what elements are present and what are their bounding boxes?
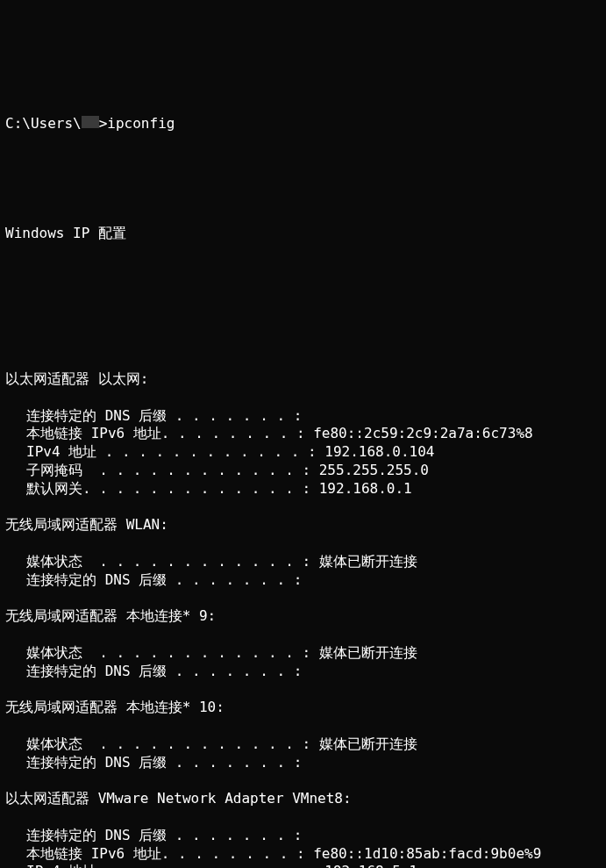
- adapter-entry: 本地链接 IPv6 地址. . . . . . . . : fe80::2c59…: [5, 425, 601, 443]
- adapter-entry: 连接特定的 DNS 后缀 . . . . . . . :: [5, 663, 601, 681]
- entry-value: 192.168.0.1: [310, 480, 412, 499]
- entry-label: IPv4 地址 . . . . . . . . . . . . :: [26, 863, 317, 868]
- entry-label: 连接特定的 DNS 后缀 . . . . . . . :: [26, 827, 302, 845]
- blank-line: [5, 352, 601, 370]
- adapter-entry: IPv4 地址 . . . . . . . . . . . . : 192.16…: [5, 863, 601, 868]
- entry-value: 媒体已断开连接: [310, 735, 417, 754]
- blank-line: [5, 389, 601, 407]
- blank-line: [5, 169, 601, 188]
- adapter-entry: 媒体状态 . . . . . . . . . . . . : 媒体已断开连接: [5, 644, 601, 663]
- blank-line: [5, 590, 601, 608]
- blank-line: [5, 771, 601, 790]
- blank-line: [5, 808, 601, 827]
- adapter-entry: 子网掩码 . . . . . . . . . . . . : 255.255.2…: [5, 462, 601, 480]
- blank-line: [5, 717, 601, 735]
- adapter-entry: IPv4 地址 . . . . . . . . . . . . : 192.16…: [5, 443, 601, 462]
- ipconfig-header: Windows IP 配置: [5, 225, 601, 243]
- adapter-title: 以太网适配器 以太网:: [5, 370, 601, 389]
- blank-line: [5, 499, 601, 517]
- entry-value: 192.168.5.1: [317, 863, 418, 868]
- adapter-entry: 连接特定的 DNS 后缀 . . . . . . . :: [5, 754, 601, 772]
- entry-label: 媒体状态 . . . . . . . . . . . . :: [26, 644, 310, 663]
- adapter-title: 以太网适配器 VMware Network Adapter VMnet8:: [5, 790, 601, 808]
- entry-label: 默认网关. . . . . . . . . . . . . :: [26, 480, 310, 499]
- entry-value: fe80::1d10:85ab:facd:9b0e%9: [305, 845, 542, 864]
- entry-value: 255.255.255.0: [310, 462, 429, 480]
- adapter-title: 无线局域网适配器 WLAN:: [5, 516, 601, 534]
- adapter-entry: 本地链接 IPv6 地址. . . . . . . . : fe80::1d10…: [5, 845, 601, 864]
- adapter-entry: 媒体状态 . . . . . . . . . . . . : 媒体已断开连接: [5, 735, 601, 754]
- entry-label: 连接特定的 DNS 后缀 . . . . . . . :: [26, 754, 302, 772]
- entry-label: 子网掩码 . . . . . . . . . . . . :: [26, 462, 310, 480]
- adapter-entry: 默认网关. . . . . . . . . . . . . : 192.168.…: [5, 480, 601, 499]
- adapters-container: 以太网适配器 以太网:连接特定的 DNS 后缀 . . . . . . . :本…: [5, 352, 601, 868]
- adapter-title: 无线局域网适配器 本地连接* 9:: [5, 607, 601, 626]
- command-prompt-line: C:\Users\>ipconfig: [5, 115, 601, 133]
- adapter-title: 无线局域网适配器 本地连接* 10:: [5, 699, 601, 717]
- adapter-entry: 媒体状态 . . . . . . . . . . . . : 媒体已断开连接: [5, 553, 601, 571]
- entry-value: 媒体已断开连接: [310, 553, 417, 571]
- blank-line: [5, 680, 601, 699]
- entry-label: 媒体状态 . . . . . . . . . . . . :: [26, 553, 310, 571]
- entry-value: 192.168.0.104: [317, 443, 435, 462]
- terminal-output: C:\Users\>ipconfig Windows IP 配置 以太网适配器 …: [5, 78, 601, 868]
- redacted-username: [82, 116, 99, 128]
- entry-label: 本地链接 IPv6 地址. . . . . . . . :: [26, 425, 305, 443]
- entry-value: fe80::2c59:2c9:2a7a:6c73%8: [305, 425, 533, 443]
- blank-line: [5, 626, 601, 644]
- adapter-entry: 连接特定的 DNS 后缀 . . . . . . . :: [5, 827, 601, 845]
- entry-label: 连接特定的 DNS 后缀 . . . . . . . :: [26, 407, 302, 426]
- adapter-entry: 连接特定的 DNS 后缀 . . . . . . . :: [5, 571, 601, 590]
- blank-line: [5, 279, 601, 298]
- entry-label: 本地链接 IPv6 地址. . . . . . . . :: [26, 845, 305, 864]
- blank-line: [5, 534, 601, 553]
- adapter-entry: 连接特定的 DNS 后缀 . . . . . . . :: [5, 407, 601, 426]
- entry-label: 连接特定的 DNS 后缀 . . . . . . . :: [26, 663, 302, 681]
- prompt-command: >ipconfig: [99, 115, 175, 132]
- entry-label: 媒体状态 . . . . . . . . . . . . :: [26, 735, 310, 754]
- entry-label: 连接特定的 DNS 后缀 . . . . . . . :: [26, 571, 302, 590]
- entry-value: 媒体已断开连接: [310, 644, 417, 663]
- entry-label: IPv4 地址 . . . . . . . . . . . . :: [26, 443, 317, 462]
- prompt-path-prefix: C:\Users\: [5, 115, 82, 132]
